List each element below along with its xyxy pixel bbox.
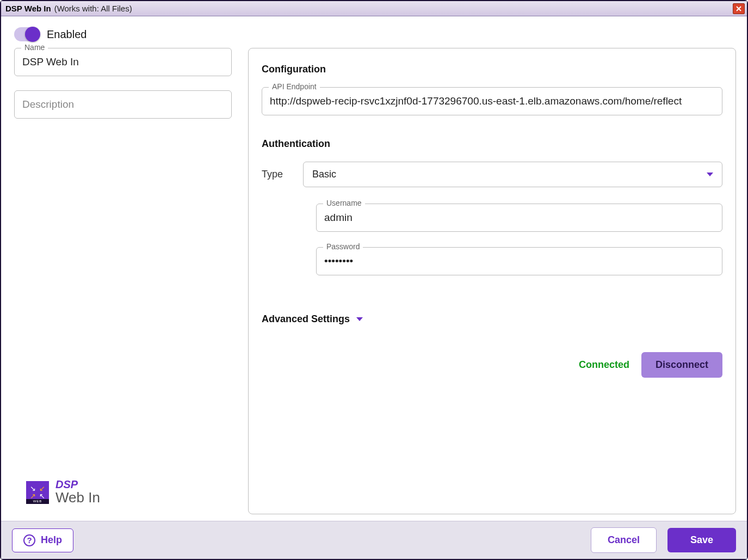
toggle-knob: [25, 27, 40, 42]
auth-type-row: Type Basic: [262, 162, 722, 187]
brand-area: ↘↙ ↗↖ WEB DSP Web In: [14, 476, 232, 514]
username-label: Username: [323, 199, 365, 207]
advanced-settings-label: Advanced Settings: [262, 313, 350, 325]
name-input[interactable]: [22, 56, 224, 68]
brand-text: DSP Web In: [55, 479, 100, 506]
brand-mini-label: WEB: [26, 499, 49, 504]
name-label: Name: [21, 43, 48, 52]
password-label: Password: [323, 242, 363, 251]
left-column: Name ↘↙ ↗↖ WEB DSP: [14, 48, 232, 514]
enabled-toggle[interactable]: [14, 27, 39, 41]
connection-status: Connected: [579, 359, 629, 371]
auth-type-select[interactable]: Basic: [303, 162, 722, 187]
api-endpoint-field-wrapper: API Endpoint: [262, 87, 722, 115]
username-input[interactable]: [324, 212, 714, 224]
password-input[interactable]: [324, 255, 714, 267]
enabled-label: Enabled: [47, 28, 86, 41]
right-panel: Configuration API Endpoint Authenticatio…: [248, 48, 736, 514]
window-title-main: DSP Web In: [5, 4, 51, 13]
credential-fields: Username Password: [316, 204, 722, 275]
dialog-footer: ? Help Cancel Save: [1, 521, 747, 559]
enabled-row: Enabled: [1, 16, 747, 48]
api-endpoint-input[interactable]: [270, 95, 714, 107]
close-button[interactable]: [733, 3, 745, 14]
api-endpoint-label: API Endpoint: [269, 82, 320, 91]
dialog-window: DSP Web In (Works with: All Files) Enabl…: [0, 0, 748, 560]
username-field-wrapper: Username: [316, 204, 722, 232]
connection-row: Connected Disconnect: [262, 352, 722, 378]
auth-type-label: Type: [262, 169, 288, 180]
authentication-title: Authentication: [262, 138, 722, 150]
password-field-wrapper: Password: [316, 247, 722, 275]
close-icon: [736, 6, 741, 11]
name-field-wrapper: Name: [14, 48, 232, 76]
chevron-down-icon: [356, 317, 363, 321]
help-button[interactable]: ? Help: [12, 528, 73, 552]
main-columns: Name ↘↙ ↗↖ WEB DSP: [1, 48, 747, 521]
brand-line2: Web In: [55, 490, 100, 506]
auth-type-value: Basic: [312, 169, 336, 180]
chevron-down-icon: [707, 173, 713, 176]
authentication-section: Type Basic Username Password: [262, 162, 722, 275]
help-icon: ?: [23, 534, 35, 546]
cancel-button[interactable]: Cancel: [591, 527, 657, 553]
save-button[interactable]: Save: [667, 528, 736, 552]
disconnect-button[interactable]: Disconnect: [641, 352, 722, 378]
help-label: Help: [41, 534, 62, 546]
description-field-wrapper: [14, 90, 232, 119]
advanced-settings-toggle[interactable]: Advanced Settings: [262, 313, 722, 325]
configuration-title: Configuration: [262, 64, 722, 75]
dialog-body: Enabled Name ↘↙ ↗↖: [1, 16, 747, 521]
brand-icon: ↘↙ ↗↖ WEB: [26, 481, 49, 504]
description-input[interactable]: [22, 99, 224, 110]
window-title-sub: (Works with: All Files): [54, 4, 132, 13]
title-bar: DSP Web In (Works with: All Files): [1, 1, 747, 16]
brand-line1: DSP: [55, 479, 100, 490]
